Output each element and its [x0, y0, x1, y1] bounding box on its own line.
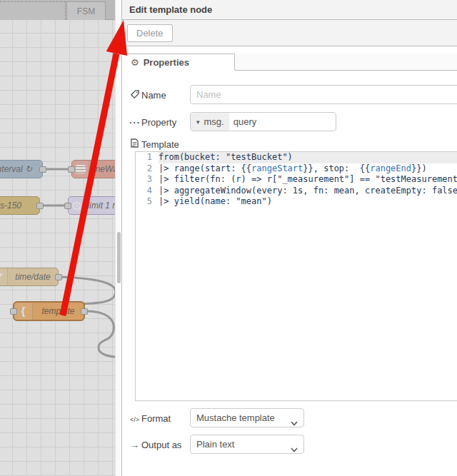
delete-button[interactable]: Delete — [127, 24, 173, 42]
code-icon: </> — [129, 416, 140, 423]
workspace-dim-overlay — [0, 0, 115, 476]
template-code-editor[interactable]: 1from(bucket: "testBucket")2|> range(sta… — [135, 151, 457, 401]
edit-template-dialog: Edit template node Delete ⚙Properties Na… — [121, 0, 457, 476]
format-select[interactable]: Mustache template — [190, 408, 304, 427]
code-line: 4|> aggregateWindow(every: 1s, fn: mean,… — [136, 186, 457, 197]
format-label: </>Format — [129, 413, 189, 424]
ellipsis-icon: ··· — [129, 117, 140, 128]
name-input[interactable] — [190, 85, 457, 104]
tab-properties[interactable]: ⚙Properties — [122, 54, 235, 71]
chevron-down-icon — [291, 440, 298, 458]
code-line: 3|> filter(fn: (r) => r["_measurement"] … — [136, 174, 457, 186]
property-value[interactable]: query — [229, 116, 257, 127]
code-line: 1from(bucket: "testBucket") — [136, 152, 457, 163]
code-line: 5|> yield(name: "mean") — [136, 196, 457, 208]
workspace-scrollbar[interactable] — [115, 0, 121, 476]
arrow-right-icon: → — [129, 440, 140, 450]
scrollbar-thumb[interactable] — [117, 232, 121, 283]
dialog-title: Edit template node — [122, 0, 457, 20]
msg-type-selector[interactable]: ▾ msg. — [191, 113, 229, 131]
tag-icon — [129, 90, 140, 101]
screen: FSM interval ↻ sineWave s-150 limit 1 ms — [0, 0, 457, 476]
output-as-select[interactable]: Plain text — [190, 435, 304, 454]
code-line: 2|> range(start: {{rangeStart}}, stop: {… — [136, 163, 457, 175]
chevron-down-icon: ▾ — [196, 118, 200, 126]
chevron-down-icon — [291, 414, 298, 432]
property-typed-input[interactable]: ▾ msg. query — [190, 112, 336, 131]
name-label: Name — [129, 90, 189, 101]
flow-canvas[interactable]: FSM interval ↻ sineWave s-150 limit 1 ms — [0, 0, 115, 476]
output-as-label: →Output as — [129, 440, 189, 450]
template-label: Template — [129, 138, 189, 150]
property-label: ···Property — [129, 117, 189, 128]
dialog-tab-strip: ⚙Properties — [122, 54, 457, 71]
dialog-toolbar: Delete — [122, 20, 457, 46]
gear-icon: ⚙ — [131, 57, 139, 68]
file-code-icon — [129, 138, 140, 150]
